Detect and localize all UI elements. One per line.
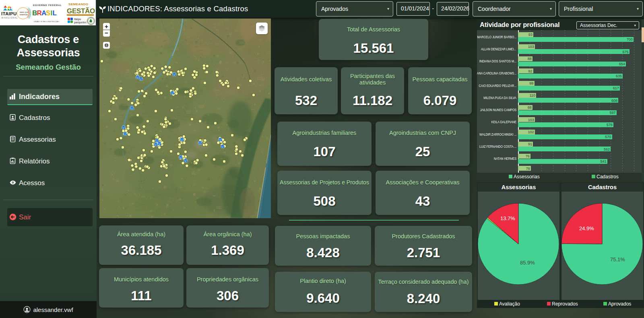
svg-text:ITAIPU: ITAIPU	[1, 11, 17, 16]
svg-text:ENERGIA: ENERGIA	[20, 14, 28, 16]
svg-text:MAIS QUE: MAIS QUE	[20, 11, 29, 13]
svg-text:SEMEANDO: SEMEANDO	[68, 2, 88, 6]
svg-text:75.1%: 75.1%	[610, 256, 625, 262]
svg-text:itaipu: itaipu	[74, 18, 81, 21]
svg-text:UNIÃO E RECONSTRUÇÃO: UNIÃO E RECONSTRUÇÃO	[34, 21, 60, 23]
svg-text:R: R	[37, 9, 42, 17]
svg-text:S: S	[46, 9, 50, 17]
svg-text:GESTÃO: GESTÃO	[67, 7, 95, 15]
svg-text:BINACIONAL: BINACIONAL	[2, 17, 18, 19]
svg-text:GOVERNO FEDERAL: GOVERNO FEDERAL	[33, 4, 62, 6]
svg-text:13.7%: 13.7%	[500, 215, 515, 221]
svg-text:B: B	[32, 9, 37, 17]
svg-text:L: L	[53, 9, 57, 17]
svg-text:24.9%: 24.9%	[579, 225, 594, 231]
svg-text:85.9%: 85.9%	[520, 260, 535, 266]
svg-text:parquetec: parquetec	[74, 21, 87, 24]
